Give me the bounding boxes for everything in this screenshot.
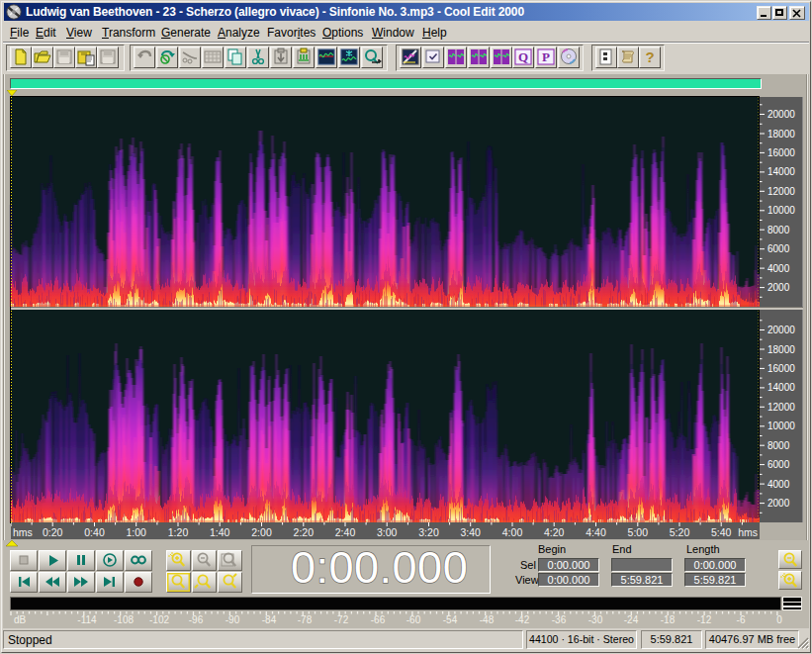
svg-text:1:00: 1:00: [126, 526, 146, 538]
svg-text:14000: 14000: [767, 166, 795, 177]
svg-text:6000: 6000: [767, 243, 790, 254]
svg-text:3:20: 3:20: [418, 526, 439, 538]
svg-text:5:20: 5:20: [670, 526, 690, 538]
svg-text:0:40: 0:40: [84, 526, 105, 538]
svg-text:3:00: 3:00: [377, 526, 398, 538]
svg-text:3:40: 3:40: [460, 526, 481, 538]
svg-text:hms: hms: [13, 526, 33, 538]
svg-text:2:40: 2:40: [335, 526, 356, 538]
svg-text:12000: 12000: [767, 402, 795, 413]
svg-text:2:20: 2:20: [294, 526, 315, 538]
svg-text:8000: 8000: [767, 440, 790, 451]
svg-text:10000: 10000: [767, 205, 795, 216]
svg-text:20000: 20000: [767, 109, 795, 120]
svg-text:2000: 2000: [767, 282, 790, 293]
svg-text:8000: 8000: [767, 225, 790, 235]
svg-text:4:40: 4:40: [586, 526, 606, 538]
svg-text:18000: 18000: [767, 129, 795, 140]
svg-text:2000: 2000: [767, 498, 790, 509]
svg-text:0:20: 0:20: [43, 526, 63, 538]
svg-text:1:20: 1:20: [168, 526, 189, 538]
svg-text:5:40: 5:40: [711, 526, 732, 538]
svg-text:4000: 4000: [767, 263, 790, 274]
svg-text:20000: 20000: [767, 325, 795, 335]
svg-text:1:40: 1:40: [210, 526, 230, 538]
svg-text:5:00: 5:00: [628, 526, 649, 538]
svg-text:4:20: 4:20: [544, 526, 565, 538]
svg-text:14000: 14000: [767, 382, 795, 393]
svg-text:4000: 4000: [767, 479, 790, 490]
svg-text:4:00: 4:00: [502, 526, 523, 538]
svg-text:10000: 10000: [767, 420, 795, 431]
svg-text:18000: 18000: [767, 344, 795, 355]
svg-text:16000: 16000: [767, 147, 795, 158]
svg-text:16000: 16000: [767, 363, 795, 374]
svg-text:hms: hms: [738, 526, 758, 538]
svg-text:2:00: 2:00: [251, 526, 272, 538]
svg-text:12000: 12000: [767, 186, 795, 197]
svg-text:6000: 6000: [767, 459, 790, 470]
